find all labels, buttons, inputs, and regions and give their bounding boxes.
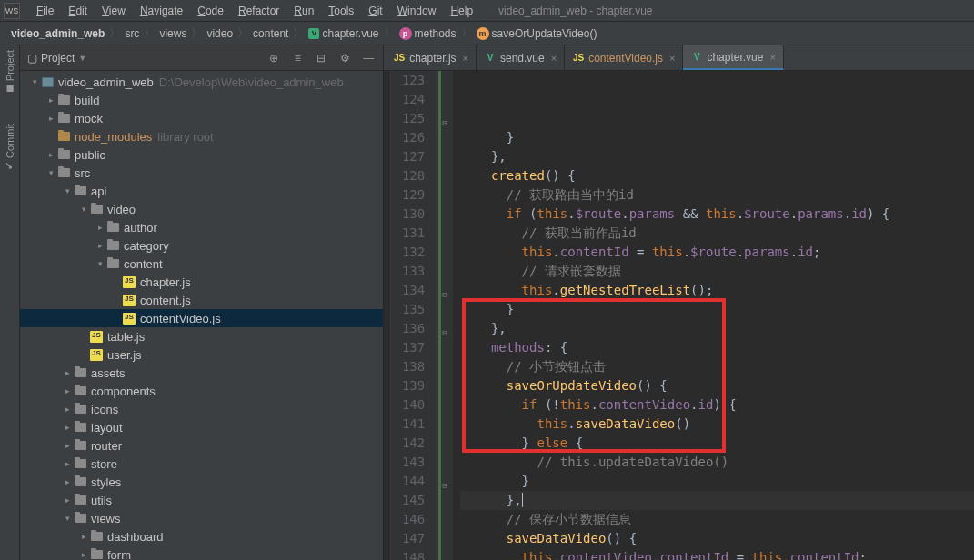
tree-node[interactable]: ▸store xyxy=(20,455,383,473)
code-line[interactable]: this.contentVideo.contentId = this.conte… xyxy=(460,548,974,560)
sidebar-tab-commit[interactable]: ✔Commit xyxy=(4,124,15,170)
line-number[interactable]: 130 xyxy=(398,205,425,224)
project-tree[interactable]: ▾video_admin_webD:\Develop\Web\video_adm… xyxy=(20,71,383,560)
expand-chevron-icon[interactable]: ▸ xyxy=(62,386,73,395)
breadcrumb-item[interactable]: video_admin_web xyxy=(7,27,108,40)
menu-run[interactable]: Run xyxy=(286,5,321,17)
line-number[interactable]: 129 xyxy=(398,185,425,205)
line-number[interactable]: 143 xyxy=(398,453,425,472)
menu-view[interactable]: View xyxy=(95,5,133,17)
collapse-icon[interactable]: ⊟ xyxy=(314,52,328,65)
menu-window[interactable]: Window xyxy=(390,5,444,17)
code-line[interactable]: // this.updateDataVideo() xyxy=(460,453,974,472)
tree-node[interactable]: ▾content xyxy=(20,255,383,273)
tree-node[interactable]: ▸dashboard xyxy=(20,527,383,545)
gear-icon[interactable]: ⚙ xyxy=(337,52,352,65)
line-number[interactable]: 146 xyxy=(398,510,425,529)
code-line[interactable]: } xyxy=(460,300,974,319)
tree-node[interactable]: ▾src xyxy=(20,164,383,182)
tree-node[interactable]: ▾video xyxy=(20,200,383,218)
expand-chevron-icon[interactable]: ▾ xyxy=(78,205,89,214)
line-number[interactable]: 142 xyxy=(398,434,425,453)
tree-node[interactable]: ▸utils xyxy=(20,491,383,509)
expand-chevron-icon[interactable]: ▾ xyxy=(29,77,40,86)
code-line[interactable]: // 获取路由当中的id xyxy=(460,185,974,205)
code-line[interactable]: if (this.$route.params && this.$route.pa… xyxy=(460,205,974,224)
tree-node[interactable]: node_moduleslibrary root xyxy=(20,127,383,145)
tree-node[interactable]: JSuser.js xyxy=(20,345,383,364)
breadcrumb-item[interactable]: Vchapter.vue xyxy=(305,27,382,40)
code-line[interactable]: // 保存小节数据信息 xyxy=(460,510,974,529)
tree-node[interactable]: ▸styles xyxy=(20,473,383,491)
expand-chevron-icon[interactable]: ▾ xyxy=(62,186,73,195)
menu-tools[interactable]: Tools xyxy=(321,5,361,17)
tree-node[interactable]: ▾video_admin_webD:\Develop\Web\video_adm… xyxy=(20,73,383,91)
tree-node[interactable]: ▾api xyxy=(20,182,383,200)
line-number[interactable]: 128 xyxy=(398,166,425,185)
expand-chevron-icon[interactable]: ▸ xyxy=(62,441,73,450)
editor-tab[interactable]: Vchapter.vue× xyxy=(683,45,783,70)
line-number[interactable]: 134 xyxy=(398,281,425,300)
sidebar-tab-project[interactable]: ◼Project xyxy=(4,50,15,93)
tree-node[interactable]: ▸layout xyxy=(20,418,383,436)
line-number[interactable]: 147 xyxy=(398,529,425,548)
expand-chevron-icon[interactable]: ▸ xyxy=(45,114,56,123)
tree-node[interactable]: JScontentVideo.js xyxy=(20,309,383,327)
line-number[interactable]: 144 xyxy=(398,472,425,491)
menu-git[interactable]: Git xyxy=(361,5,389,17)
tree-node[interactable]: ▸icons xyxy=(20,400,383,418)
code-line[interactable]: // 小节按钮点击 xyxy=(460,357,974,376)
breadcrumb-item[interactable]: content xyxy=(249,27,292,40)
hide-icon[interactable]: — xyxy=(361,52,376,65)
tree-node[interactable]: JSchapter.js xyxy=(20,273,383,291)
line-number[interactable]: 137 xyxy=(398,338,425,357)
line-number[interactable]: 138 xyxy=(398,357,425,376)
code-line[interactable]: } xyxy=(460,128,974,147)
fold-toggle-icon[interactable]: ⊟ xyxy=(442,285,447,305)
code-line[interactable]: saveDataVideo() { xyxy=(460,529,974,548)
close-icon[interactable]: × xyxy=(669,53,675,64)
code-line[interactable]: created() { xyxy=(460,166,974,185)
select-opened-icon[interactable]: ⊕ xyxy=(266,52,281,65)
menu-file[interactable]: File xyxy=(29,5,61,17)
line-number[interactable]: 135 xyxy=(398,300,425,319)
breadcrumb-item[interactable]: msaveOrUpdateVideo() xyxy=(473,27,601,40)
expand-chevron-icon[interactable]: ▸ xyxy=(62,405,73,414)
expand-chevron-icon[interactable]: ▾ xyxy=(62,514,73,523)
fold-toggle-icon[interactable]: ⊟ xyxy=(442,324,447,343)
fold-toggle-icon[interactable]: ⊟ xyxy=(442,114,447,133)
expand-chevron-icon[interactable]: ▸ xyxy=(62,495,73,505)
expand-chevron-icon[interactable]: ▾ xyxy=(95,259,105,268)
tree-node[interactable]: ▸mock xyxy=(20,109,383,127)
code-line[interactable]: // 获取当前作品id xyxy=(460,224,974,243)
line-number[interactable]: 140 xyxy=(398,395,425,415)
expand-chevron-icon[interactable]: ▸ xyxy=(95,223,105,232)
close-icon[interactable]: × xyxy=(551,53,557,64)
project-panel-title[interactable]: ▢ Project ▼ xyxy=(27,52,86,65)
code-line[interactable]: }, xyxy=(460,319,974,338)
expand-chevron-icon[interactable]: ▸ xyxy=(45,95,56,105)
tree-node[interactable]: ▸category xyxy=(20,236,383,255)
tree-node[interactable]: ▸author xyxy=(20,218,383,236)
tree-node[interactable]: ▾views xyxy=(20,509,383,527)
code-line[interactable]: if (!this.contentVideo.id) { xyxy=(460,395,974,415)
close-icon[interactable]: × xyxy=(769,52,775,63)
expand-chevron-icon[interactable]: ▸ xyxy=(95,241,105,250)
tree-node[interactable]: JStable.js xyxy=(20,327,383,345)
editor-tab[interactable]: JSchapter.js× xyxy=(386,45,477,70)
expand-chevron-icon[interactable]: ▸ xyxy=(62,477,73,486)
tree-node[interactable]: ▸build xyxy=(20,91,383,109)
code-line[interactable]: // 请求嵌套数据 xyxy=(460,262,974,281)
fold-toggle-icon[interactable]: ⊟ xyxy=(442,476,447,495)
expand-chevron-icon[interactable]: ▾ xyxy=(45,168,56,177)
code-line[interactable]: this.contentId = this.$route.params.id; xyxy=(460,243,974,262)
line-number[interactable]: 141 xyxy=(398,415,425,434)
tree-node[interactable]: ▸router xyxy=(20,436,383,455)
line-number[interactable]: 145 xyxy=(398,491,425,510)
line-number[interactable]: 124 xyxy=(398,90,425,109)
line-number[interactable]: 126 xyxy=(398,128,425,147)
tree-node[interactable]: ▸assets xyxy=(20,364,383,382)
breadcrumb-item[interactable]: views xyxy=(156,27,190,40)
expand-chevron-icon[interactable]: ▸ xyxy=(78,532,89,541)
line-number[interactable]: 125 xyxy=(398,109,425,128)
